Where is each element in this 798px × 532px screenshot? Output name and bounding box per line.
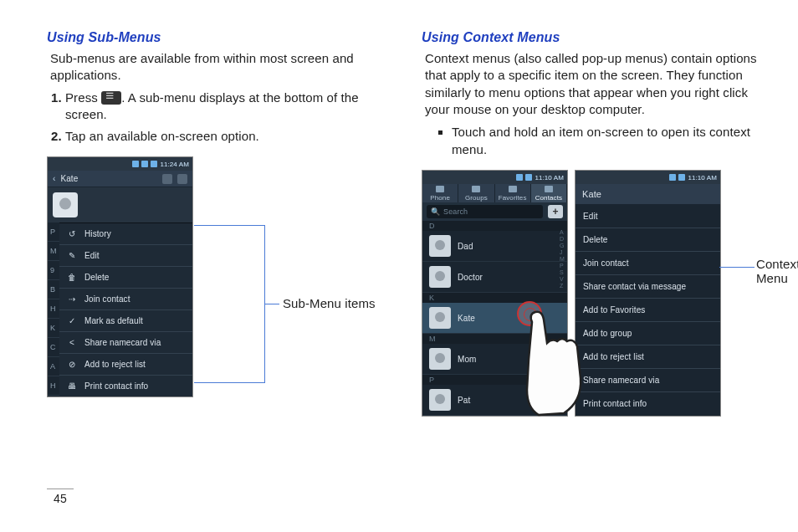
status-time: 11:10 AM — [535, 174, 564, 182]
check-icon: ✓ — [66, 316, 78, 325]
search-input[interactable]: 🔍 Search — [427, 205, 543, 218]
signal-icon — [516, 174, 523, 181]
tab-favorites[interactable]: Favorites — [495, 184, 531, 202]
section-letter: M — [422, 334, 567, 344]
search-placeholder: Search — [443, 207, 468, 216]
intro-text-left: Sub-menus are available from within most… — [50, 50, 390, 84]
heading-context-menus: Using Context Menus — [422, 30, 765, 45]
intro-text-right: Context menus (also called pop-up menus)… — [425, 50, 765, 118]
wifi-icon — [141, 161, 148, 167]
ctx-item-group[interactable]: Add to group — [575, 322, 720, 345]
groups-icon — [472, 186, 480, 192]
status-bar: 11:10 AM — [575, 171, 720, 184]
phone-screenshot-contacts: 11:10 AM Phone Groups Favorites Contacts… — [422, 170, 568, 417]
add-contact-button[interactable]: + — [548, 205, 563, 218]
bullet-touch-hold: Touch and hold an item on-screen to open… — [452, 123, 765, 158]
avatar-icon — [53, 192, 78, 217]
step-1: Press . A sub-menu displays at the botto… — [65, 90, 390, 124]
submenu-item-edit[interactable]: ✎Edit — [59, 245, 192, 267]
tab-groups[interactable]: Groups — [458, 184, 494, 202]
callout-line-bottom — [194, 382, 265, 383]
contact-icon — [545, 186, 553, 192]
status-time: 11:24 AM — [160, 161, 189, 168]
behind-content-strip: P M 9 B H K C A H — [48, 223, 59, 396]
share-icon: < — [66, 338, 78, 347]
phone-screenshot-submenu: 11:24 AM ‹ Kate P — [47, 156, 193, 397]
alpha-index[interactable]: ADGJMPSVZ — [560, 229, 565, 289]
signal-icon — [669, 174, 676, 181]
contact-title: Kate — [60, 174, 78, 183]
ctx-item-share-msg[interactable]: Share contact via message — [575, 275, 720, 299]
contact-avatar-row — [48, 187, 192, 223]
submenu-item-join[interactable]: ⇢Join contact — [59, 289, 192, 310]
tab-contacts[interactable]: Contacts — [531, 184, 567, 202]
status-time: 11:10 AM — [688, 174, 717, 182]
search-icon: 🔍 — [431, 207, 440, 216]
history-icon: ↺ — [66, 229, 78, 238]
tab-bar: Phone Groups Favorites Contacts — [422, 184, 567, 202]
step-2: Tap an available on-screen option. — [65, 128, 390, 145]
submenu-item-reject[interactable]: ⊘Add to reject list — [59, 354, 192, 376]
star-icon — [509, 186, 517, 192]
status-bar: 11:10 AM — [422, 171, 567, 184]
avatar-icon — [429, 266, 451, 288]
ctx-item-edit[interactable]: Edit — [575, 205, 720, 228]
battery-icon — [678, 174, 685, 181]
signal-icon — [132, 161, 139, 167]
callout-label-context: ContextMenu — [756, 257, 773, 286]
callout-line-context — [719, 267, 755, 268]
phone-screenshot-context-menu: 11:10 AM Kate Edit Delete Join contact S… — [575, 170, 721, 417]
edit-icon — [177, 174, 187, 184]
trash-icon: 🗑 — [66, 273, 78, 282]
page-number: 45 — [47, 489, 74, 505]
ctx-item-reject[interactable]: Add to reject list — [575, 345, 720, 369]
battery-icon — [525, 174, 532, 181]
print-icon: 🖶 — [66, 381, 78, 391]
step1-text-before: Press — [65, 90, 101, 105]
battery-icon — [151, 161, 157, 167]
submenu-item-print[interactable]: 🖶Print contact info — [59, 376, 192, 396]
section-letter: K — [422, 293, 567, 303]
submenu-item-history[interactable]: ↺History — [59, 223, 192, 245]
heading-sub-menus: Using Sub-Menus — [47, 30, 390, 45]
avatar-icon — [429, 348, 451, 370]
callout-label-submenu: Sub-Menu items — [283, 296, 376, 310]
block-icon: ⊘ — [66, 360, 78, 369]
ctx-item-favorites[interactable]: Add to Favorites — [575, 299, 720, 322]
ctx-item-delete[interactable]: Delete — [575, 228, 720, 252]
avatar-icon — [429, 307, 451, 329]
tab-phone[interactable]: Phone — [422, 184, 458, 202]
ctx-item-share-card[interactable]: Share namecard via — [575, 369, 720, 392]
contact-row-kate[interactable]: Kate — [422, 303, 567, 334]
contact-row-mom[interactable]: Mom — [422, 344, 567, 375]
section-letter: D — [422, 221, 567, 231]
phone-icon — [436, 186, 444, 192]
contact-row-doctor[interactable]: Doctor — [422, 262, 567, 293]
join-icon: ⇢ — [66, 294, 78, 304]
submenu-item-delete[interactable]: 🗑Delete — [59, 267, 192, 289]
avatar-icon — [429, 235, 451, 257]
section-letter: P — [422, 375, 567, 385]
callout-line-mid — [264, 304, 279, 304]
ctx-item-join[interactable]: Join contact — [575, 252, 720, 275]
submenu-item-share[interactable]: <Share namecard via — [59, 332, 192, 354]
favorite-icon — [162, 174, 172, 184]
submenu-item-default[interactable]: ✓Mark as default — [59, 310, 192, 332]
context-menu-title: Kate — [575, 184, 720, 205]
avatar-icon — [429, 389, 451, 411]
ctx-item-print[interactable]: Print contact info — [575, 392, 720, 415]
contact-row-pat[interactable]: Pat — [422, 385, 567, 416]
back-chevron-icon: ‹ — [53, 174, 55, 183]
contact-title-bar: ‹ Kate — [48, 171, 192, 187]
status-bar: 11:24 AM — [48, 157, 192, 171]
menu-key-icon — [101, 91, 121, 105]
callout-line-top — [194, 225, 265, 226]
sub-menu-list: ↺History ✎Edit 🗑Delete ⇢Join contact ✓Ma… — [59, 223, 192, 396]
edit-icon: ✎ — [66, 251, 78, 260]
contact-row-dad[interactable]: Dad — [422, 231, 567, 262]
